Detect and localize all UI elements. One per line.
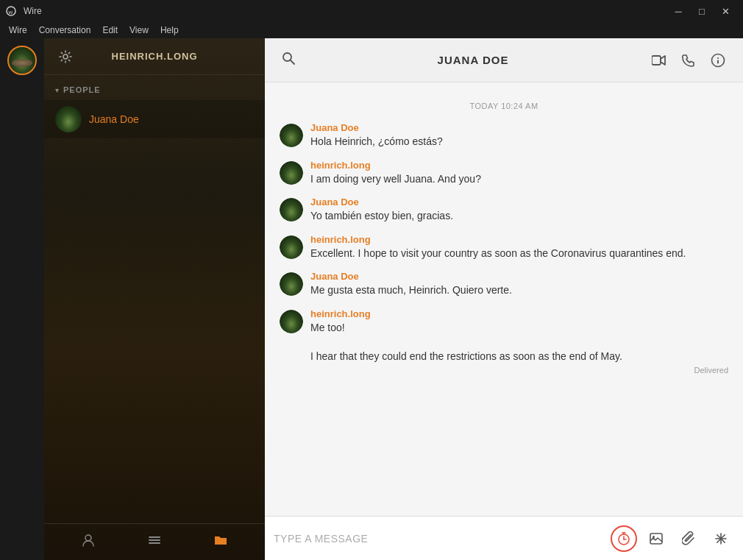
msg-text: Me too!I hear that they could end the re… [310,321,728,364]
avatar [280,272,303,296]
video-call-button[interactable] [646,47,672,74]
people-icon[interactable] [81,533,96,551]
app-logo: w [6,6,19,17]
maximize-button[interactable]: □ [690,0,714,22]
msg-sender: heinrich.long [310,234,728,245]
audio-call-button[interactable] [675,47,702,74]
titlebar-controls: ─ □ ✕ [666,0,737,22]
message-input[interactable] [274,533,605,545]
menu-view[interactable]: View [124,24,154,37]
svg-rect-5 [149,539,160,541]
conversation-panel: HEINRICH.LONG ▾ PEOPLE Juana Doe [44,38,265,560]
more-options-button[interactable] [708,525,734,552]
msg-text: Yo también estoy bien, gracias. [310,209,728,224]
conv-username: HEINRICH.LONG [112,51,198,62]
menu-wire[interactable]: Wire [3,24,33,37]
avatar [280,235,303,259]
svg-text:w: w [8,9,14,15]
svg-rect-4 [149,536,160,538]
app-body: HEINRICH.LONG ▾ PEOPLE Juana Doe [0,38,743,560]
svg-rect-9 [652,56,661,65]
msg-sender: Juana Doe [310,271,728,282]
close-button[interactable]: ✕ [714,0,737,22]
minimize-button[interactable]: ─ [666,0,690,22]
menu-edit[interactable]: Edit [96,24,124,37]
menubar: Wire Conversation Edit View Help [0,22,743,38]
people-section: ▾ PEOPLE Juana Doe [44,75,265,146]
titlebar: w Wire ─ □ ✕ [0,0,743,22]
chat-header-actions [646,47,731,74]
svg-rect-12 [717,60,719,63]
people-header: ▾ PEOPLE [44,82,265,100]
avatar [280,310,303,333]
msg-status: Delivered [310,366,728,375]
message-group: heinrich.long I am doing very well Juana… [280,160,728,187]
titlebar-left: w Wire [6,6,42,17]
user-avatar[interactable] [7,46,37,75]
msg-sender: Juana Doe [310,122,728,133]
folder-icon[interactable] [213,533,228,551]
msg-content: heinrich.long I am doing very well Juana… [310,160,728,187]
message-group: Juana Doe Yo también estoy bien, gracias… [280,196,728,224]
chat-title: JUANA DOE [438,54,509,66]
menu-conversation[interactable]: Conversation [33,24,97,37]
avatar [280,124,303,147]
attachment-button[interactable] [675,525,702,552]
svg-point-3 [85,535,91,541]
settings-button[interactable] [55,46,76,67]
contact-avatar [55,106,82,132]
svg-point-7 [283,53,291,61]
svg-rect-6 [149,542,160,544]
msg-content: Juana Doe Hola Heinrich, ¿cómo estás? [310,122,728,149]
msg-text: I am doing very well Juana. And you? [310,172,728,187]
svg-point-2 [63,54,68,59]
timer-button[interactable] [611,525,637,552]
image-button[interactable] [643,525,669,552]
message-group: heinrich.long Me too!I hear that they co… [280,308,728,375]
chat-panel: JUANA DOE [265,38,743,560]
msg-text: Excellent. I hope to visit your country … [310,247,728,261]
chevron-down-icon: ▾ [55,86,59,94]
msg-content: Juana Doe Me gusta esta much, Heinrich. … [310,271,728,298]
msg-sender: heinrich.long [310,160,728,171]
people-label: PEOPLE [63,85,101,94]
contact-name: Juana Doe [89,113,139,125]
message-group: Juana Doe Me gusta esta much, Heinrich. … [280,271,728,298]
search-button[interactable] [277,46,300,74]
message-group: heinrich.long Excellent. I hope to visit… [280,234,728,261]
sidebar-narrow [0,38,44,560]
chat-header: JUANA DOE [265,38,743,82]
chat-input-area [265,516,743,560]
msg-text: Hola Heinrich, ¿cómo estás? [310,135,728,149]
msg-content: heinrich.long Me too!I hear that they co… [310,308,728,375]
svg-point-11 [717,57,719,59]
avatar [280,161,303,185]
date-separator: TODAY 10:24 AM [280,102,728,110]
svg-line-8 [291,60,294,64]
message-group: Juana Doe Hola Heinrich, ¿cómo estás? [280,122,728,149]
menu-help[interactable]: Help [154,24,185,37]
avatar [280,198,303,221]
msg-content: heinrich.long Excellent. I hope to visit… [310,234,728,261]
msg-content: Juana Doe Yo también estoy bien, gracias… [310,196,728,224]
conv-header: HEINRICH.LONG [44,38,265,75]
msg-text: Me gusta esta much, Heinrich. Quiero ver… [310,283,728,298]
info-button[interactable] [705,47,731,74]
conv-bottom-bar [44,523,265,560]
msg-sender: heinrich.long [310,308,728,319]
msg-sender: Juana Doe [310,196,728,208]
avatar-image [9,47,35,74]
app-title: Wire [24,6,42,16]
contact-juana-doe[interactable]: Juana Doe [44,100,265,138]
list-icon[interactable] [147,533,162,551]
chat-messages: TODAY 10:24 AM Juana Doe Hola Heinrich, … [265,82,743,516]
